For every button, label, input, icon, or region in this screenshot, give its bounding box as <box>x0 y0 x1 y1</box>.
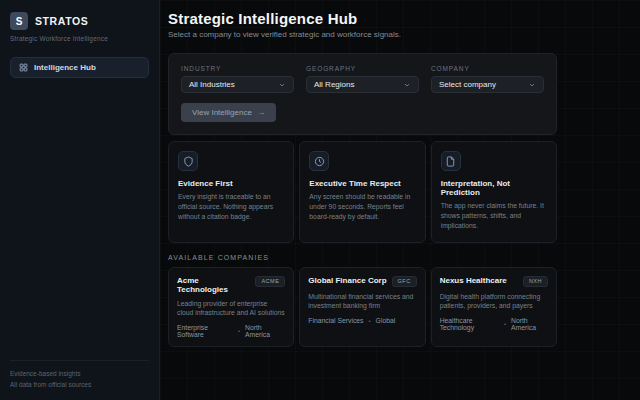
company-description: Digital health platform connecting patie… <box>440 292 548 312</box>
page-subtitle: Select a company to view verified strate… <box>168 30 557 39</box>
filter-company: COMPANY Select company <box>431 65 544 93</box>
view-intelligence-label: View Intelligence <box>192 108 252 117</box>
principle-title: Evidence First <box>178 179 284 188</box>
principle-body: Every insight is traceable to an officia… <box>178 192 284 223</box>
grid-icon <box>19 63 28 72</box>
company-head: Global Finance Corp GFC <box>308 276 416 287</box>
company-industry: Enterprise Software <box>177 324 233 338</box>
principle-body: The app never claims the future. It show… <box>441 201 547 232</box>
company-value: Select company <box>439 80 496 89</box>
content: Strategic Intelligence Hub Select a comp… <box>168 10 557 347</box>
company-description: Leading provider of enterprise cloud inf… <box>177 299 285 319</box>
document-icon <box>441 151 461 171</box>
dot-separator: • <box>368 318 370 324</box>
company-select[interactable]: Select company <box>431 76 544 93</box>
clock-icon <box>309 151 329 171</box>
company-region: Global <box>376 317 396 324</box>
company-meta: Healthcare Technology • North America <box>440 317 548 331</box>
ticker-badge: NXH <box>523 276 548 287</box>
brand-name: STRATOS <box>35 15 88 27</box>
view-intelligence-button[interactable]: View Intelligence → <box>181 103 276 122</box>
company-card-global-finance[interactable]: Global Finance Corp GFC Multinational fi… <box>299 267 425 348</box>
principle-title: Executive Time Respect <box>309 179 415 188</box>
company-head: Nexus Healthcare NXH <box>440 276 548 287</box>
company-meta: Financial Services • Global <box>308 317 416 324</box>
principle-card-evidence-first: Evidence First Every insight is traceabl… <box>168 141 294 243</box>
geography-value: All Regions <box>314 80 354 89</box>
geography-label: GEOGRAPHY <box>306 65 419 72</box>
dot-separator: • <box>504 321 506 327</box>
filter-industry: INDUSTRY All Industries <box>181 65 294 93</box>
company-name: Global Finance Corp <box>308 276 386 285</box>
chevron-down-icon <box>403 81 411 89</box>
footer-line-1: Evidence-based insights <box>10 369 149 379</box>
industry-value: All Industries <box>189 80 235 89</box>
principle-card-time-respect: Executive Time Respect Any screen should… <box>299 141 425 243</box>
sidebar-item-label: Intelligence Hub <box>34 63 96 72</box>
company-industry: Financial Services <box>308 317 363 324</box>
page-title: Strategic Intelligence Hub <box>168 10 557 27</box>
company-name: Acme Technologies <box>177 276 251 294</box>
main-area: Strategic Intelligence Hub Select a comp… <box>160 0 640 400</box>
company-meta: Enterprise Software • North America <box>177 324 285 338</box>
shield-icon <box>178 151 198 171</box>
available-companies-label: AVAILABLE COMPANIES <box>168 254 557 261</box>
chevron-down-icon <box>278 81 286 89</box>
principles-row: Evidence First Every insight is traceabl… <box>168 141 557 243</box>
brand-tagline: Strategic Workforce Intelligence <box>10 35 149 42</box>
company-region: North America <box>511 317 548 331</box>
brand: S STRATOS <box>10 12 149 30</box>
industry-select[interactable]: All Industries <box>181 76 294 93</box>
chevron-down-icon <box>528 81 536 89</box>
ticker-badge: ACME <box>255 276 285 287</box>
principle-body: Any screen should be readable in under 9… <box>309 192 415 223</box>
company-card-nexus-healthcare[interactable]: Nexus Healthcare NXH Digital health plat… <box>431 267 557 348</box>
company-label: COMPANY <box>431 65 544 72</box>
industry-label: INDUSTRY <box>181 65 294 72</box>
companies-row: Acme Technologies ACME Leading provider … <box>168 267 557 348</box>
filter-geography: GEOGRAPHY All Regions <box>306 65 419 93</box>
footer-line-2: All data from official sources <box>10 380 149 390</box>
ticker-badge: GFC <box>392 276 417 287</box>
filter-panel: INDUSTRY All Industries GEOGRAPHY All Re… <box>168 53 557 135</box>
filter-grid: INDUSTRY All Industries GEOGRAPHY All Re… <box>181 65 544 93</box>
stratos-logo: S <box>10 12 28 30</box>
company-industry: Healthcare Technology <box>440 317 499 331</box>
company-description: Multinational financial services and inv… <box>308 292 416 312</box>
sidebar-footer: Evidence-based insights All data from of… <box>10 360 149 390</box>
dot-separator: • <box>238 328 240 334</box>
geography-select[interactable]: All Regions <box>306 76 419 93</box>
company-region: North America <box>245 324 285 338</box>
company-card-acme[interactable]: Acme Technologies ACME Leading provider … <box>168 267 294 348</box>
arrow-right-icon: → <box>257 108 265 117</box>
principle-card-interpretation: Interpretation, Not Prediction The app n… <box>431 141 557 243</box>
principle-title: Interpretation, Not Prediction <box>441 179 547 197</box>
company-name: Nexus Healthcare <box>440 276 507 285</box>
sidebar-item-intelligence-hub[interactable]: Intelligence Hub <box>10 57 149 78</box>
company-head: Acme Technologies ACME <box>177 276 285 294</box>
sidebar: S STRATOS Strategic Workforce Intelligen… <box>0 0 160 400</box>
